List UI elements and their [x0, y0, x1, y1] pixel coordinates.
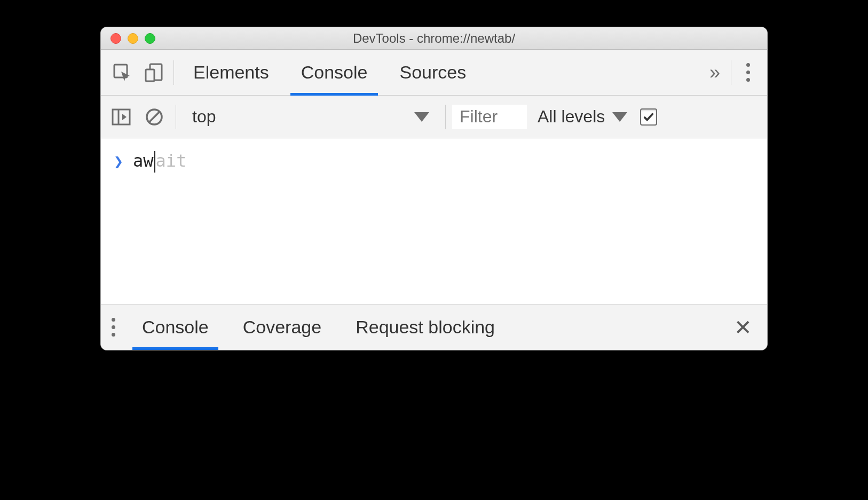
- tab-label: Console: [301, 62, 368, 83]
- console-input[interactable]: await: [133, 150, 186, 171]
- divider: [445, 105, 446, 129]
- typed-text: aw: [133, 151, 154, 171]
- show-sidebar-icon[interactable]: [106, 102, 136, 132]
- drawer-tab-label: Console: [142, 317, 209, 338]
- divider: [176, 105, 176, 129]
- settings-menu-icon[interactable]: [735, 63, 762, 82]
- close-window-button[interactable]: [111, 33, 121, 44]
- text-cursor: [154, 151, 155, 173]
- levels-label: All levels: [538, 107, 605, 127]
- tab-label: Sources: [399, 62, 466, 83]
- main-tabbar: Elements Console Sources »: [101, 50, 767, 96]
- device-toggle-icon[interactable]: [138, 57, 170, 89]
- log-level-selector[interactable]: All levels: [530, 107, 627, 127]
- console-toolbar: top All levels: [101, 96, 767, 138]
- window-titlebar: DevTools - chrome://newtab/: [101, 27, 767, 50]
- tab-label: Elements: [193, 62, 269, 83]
- clear-console-icon[interactable]: [139, 102, 169, 132]
- svg-rect-3: [113, 110, 130, 124]
- preserve-log-checkbox[interactable]: [640, 108, 657, 126]
- drawer-tab-label: Request blocking: [356, 317, 495, 338]
- more-tabs-icon[interactable]: »: [699, 61, 728, 84]
- drawer-tab-label: Coverage: [243, 317, 321, 338]
- drawer-tab-console[interactable]: Console: [125, 304, 226, 350]
- divider: [173, 60, 174, 85]
- svg-rect-2: [146, 69, 154, 81]
- devtools-window: DevTools - chrome://newtab/ Elements Con…: [100, 27, 768, 350]
- tab-sources[interactable]: Sources: [383, 50, 482, 95]
- close-drawer-icon[interactable]: ✕: [724, 315, 762, 340]
- drawer-tabbar: Console Coverage Request blocking ✕: [101, 304, 767, 350]
- traffic-lights: [101, 33, 155, 44]
- divider: [731, 60, 731, 85]
- zoom-window-button[interactable]: [145, 33, 155, 44]
- drawer-tab-coverage[interactable]: Coverage: [226, 304, 338, 350]
- dropdown-icon: [612, 112, 627, 122]
- context-value: top: [192, 107, 216, 127]
- window-title: DevTools - chrome://newtab/: [101, 31, 767, 46]
- minimize-window-button[interactable]: [128, 33, 138, 44]
- prompt-chevron-icon: ❯: [114, 152, 123, 170]
- drawer-menu-icon[interactable]: [106, 318, 125, 337]
- tab-console[interactable]: Console: [285, 50, 384, 95]
- console-prompt-line: ❯ await: [114, 150, 754, 171]
- inspect-element-icon[interactable]: [106, 57, 138, 89]
- tab-elements[interactable]: Elements: [177, 50, 285, 95]
- svg-line-6: [149, 112, 159, 122]
- console-body[interactable]: ❯ await: [101, 138, 767, 304]
- filter-input[interactable]: [452, 105, 527, 129]
- dropdown-icon: [414, 112, 429, 122]
- context-selector[interactable]: top: [183, 107, 439, 127]
- autocomplete-ghost: ait: [156, 151, 187, 171]
- drawer-tab-request-blocking[interactable]: Request blocking: [338, 304, 512, 350]
